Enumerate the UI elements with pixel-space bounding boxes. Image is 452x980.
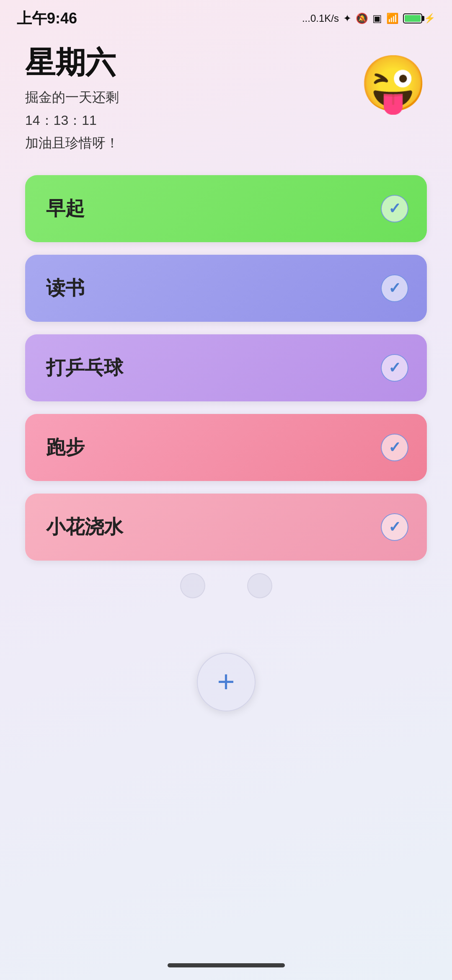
- status-bar: 上午9:46 ...0.1K/s ✦ 🔕 ▣ 📶 ⚡: [0, 0, 452, 34]
- add-button-area: +: [0, 602, 452, 737]
- bluetooth-icon: ✦: [343, 13, 351, 24]
- status-time: 上午9:46: [17, 8, 77, 29]
- screen-icon: ▣: [372, 13, 382, 24]
- add-task-button[interactable]: +: [197, 653, 256, 711]
- subtitle-line1: 掘金的一天还剩: [25, 90, 119, 105]
- task-label-5: 小花浇水: [46, 514, 123, 540]
- check-icon-4: ✓: [388, 439, 401, 456]
- task-label-3: 打乒乓球: [46, 355, 123, 381]
- task-list: 早起 ✓ 读书 ✓ 打乒乓球 ✓ 跑步 ✓ 小花浇水 ✓: [0, 163, 452, 561]
- battery-fill: [405, 15, 421, 22]
- network-indicator: ...0.1K/s: [302, 13, 339, 24]
- task-card-4[interactable]: 跑步 ✓: [25, 414, 427, 481]
- task-label-4: 跑步: [46, 434, 85, 460]
- check-icon-3: ✓: [388, 359, 401, 377]
- header-text: 星期六 掘金的一天还剩 14：13：11 加油且珍惜呀！: [25, 46, 119, 154]
- task-check-3[interactable]: ✓: [381, 354, 408, 382]
- emoji-avatar: 😜: [360, 50, 427, 117]
- decorative-circles: [0, 561, 452, 602]
- task-check-1[interactable]: ✓: [381, 195, 408, 222]
- wifi-icon: 📶: [386, 13, 399, 24]
- plus-icon: +: [217, 666, 235, 696]
- day-title: 星期六: [25, 46, 119, 79]
- deco-circle-1: [180, 573, 205, 598]
- header: 星期六 掘金的一天还剩 14：13：11 加油且珍惜呀！ 😜: [0, 34, 452, 163]
- home-indicator: [168, 963, 285, 967]
- battery-indicator: ⚡: [403, 13, 435, 24]
- task-card-3[interactable]: 打乒乓球 ✓: [25, 334, 427, 401]
- task-check-5[interactable]: ✓: [381, 513, 408, 541]
- deco-circle-2: [247, 573, 272, 598]
- battery-box: [403, 13, 422, 23]
- task-check-2[interactable]: ✓: [381, 274, 408, 302]
- task-card-1[interactable]: 早起 ✓: [25, 175, 427, 242]
- task-check-4[interactable]: ✓: [381, 434, 408, 461]
- task-card-5[interactable]: 小花浇水 ✓: [25, 494, 427, 561]
- status-icons: ...0.1K/s ✦ 🔕 ▣ 📶 ⚡: [302, 13, 435, 24]
- task-card-2[interactable]: 读书 ✓: [25, 255, 427, 322]
- subtitle-line3: 加油且珍惜呀！: [25, 135, 119, 150]
- task-label-1: 早起: [46, 196, 85, 222]
- avatar-emoji: 😜: [359, 52, 427, 116]
- silent-icon: 🔕: [356, 13, 368, 24]
- battery-bolt: ⚡: [424, 13, 435, 24]
- header-subtitle: 掘金的一天还剩 14：13：11 加油且珍惜呀！: [25, 86, 119, 154]
- subtitle-line2: 14：13：11: [25, 113, 97, 128]
- check-icon-1: ✓: [388, 200, 401, 217]
- check-icon-2: ✓: [388, 279, 401, 297]
- check-icon-5: ✓: [388, 518, 401, 536]
- task-label-2: 读书: [46, 275, 85, 301]
